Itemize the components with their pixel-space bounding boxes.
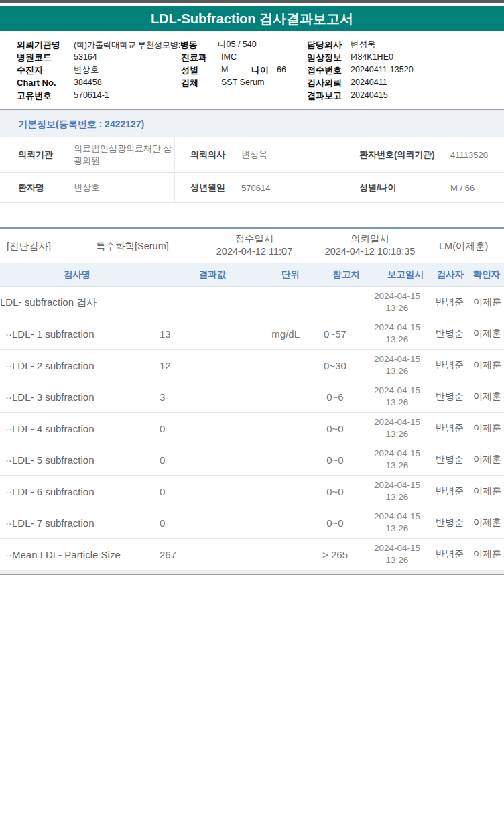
verifier: 이제훈 bbox=[464, 296, 504, 308]
reported-at: 2024-04-1513:26 bbox=[365, 511, 429, 534]
panel-name: 특수화학[Serum] bbox=[96, 239, 169, 252]
reported-at: 2024-04-1513:26 bbox=[365, 416, 429, 440]
org-value: (학)가톨릭대학교 부천성모병:병동 bbox=[74, 38, 197, 52]
request-date-value: 20240411 bbox=[351, 76, 387, 89]
table-row: ··LDL- 5 subfraction 0 0~0 2024-04-1513:… bbox=[0, 444, 504, 476]
result-value: 0 bbox=[154, 454, 231, 466]
reported-date-value: 20240415 bbox=[351, 89, 388, 102]
doctor-value: 변성욱 bbox=[351, 38, 376, 51]
category-label: [진단검사] bbox=[7, 239, 51, 252]
reported-date-label: 결과보고 bbox=[307, 89, 342, 102]
header-row-2: 병원코드 53164 진료과 IMC 임상정보 I484K1HE0 bbox=[0, 51, 504, 64]
header-row-3: 수진자 변상호 성별 M 나이 66 접수번호 20240411-13520 bbox=[0, 64, 504, 76]
table-row: ··LDL- 6 subfraction 0 0~0 2024-04-1513:… bbox=[0, 476, 504, 507]
result-value: 12 bbox=[154, 360, 231, 371]
tester: 반병준 bbox=[429, 391, 464, 403]
reference-range: 0~0 bbox=[305, 517, 365, 529]
tester: 반병준 bbox=[429, 422, 464, 434]
header-row-1: 의뢰기관명 (학)가톨릭대학교 부천성모병:병동 나05 / 540 담당의사 … bbox=[0, 38, 504, 51]
specimen-value: SST Serum bbox=[221, 76, 264, 89]
verifier: 이제훈 bbox=[464, 359, 504, 371]
age-value: 66 bbox=[277, 64, 286, 76]
report-title: LDL-Subfraction 검사결과보고서 bbox=[0, 6, 504, 31]
age-label: 나이 bbox=[251, 64, 269, 76]
sex-value: M bbox=[221, 64, 228, 76]
receipt-no-value: 20240411-13520 bbox=[351, 64, 414, 76]
reported-at: 2024-04-1513:26 bbox=[365, 290, 429, 314]
unit: mg/dL bbox=[231, 328, 305, 340]
dept-value: IMC bbox=[221, 51, 237, 64]
test-name: ··LDL- 2 subfraction bbox=[0, 360, 154, 371]
request-date-label: 검사의뢰 bbox=[307, 76, 342, 89]
horizontal-scrollbar[interactable] bbox=[0, 570, 504, 575]
reported-at: 2024-04-1513:26 bbox=[365, 322, 429, 345]
reported-at: 2024-04-1513:26 bbox=[365, 353, 429, 377]
reference-range: 0~0 bbox=[305, 486, 365, 497]
patient-label: 수진자 bbox=[17, 64, 43, 76]
patient-name-value: 변상호 bbox=[74, 182, 174, 194]
result-value: 0 bbox=[154, 486, 231, 497]
uid-value: 570614-1 bbox=[74, 89, 109, 102]
result-meta-bar: [진단검사] 특수화학[Serum] 접수일시 2024-04-12 11:07… bbox=[0, 229, 504, 263]
verifier: 이제훈 bbox=[464, 517, 504, 529]
tester: 반병준 bbox=[429, 548, 464, 560]
dept-label: 진료과 bbox=[181, 51, 207, 64]
referring-doctor-value: 변성욱 bbox=[241, 149, 267, 161]
basic-info-title: 기본정보(등록번호 : 2422127) bbox=[0, 109, 504, 137]
basic-info-row: 환자명 변상호 생년월일 570614 성별/나이 M / 66 bbox=[0, 173, 504, 203]
verifier: 이제훈 bbox=[464, 328, 504, 340]
requested-datetime: 의뢰일시 2024-04-12 10:18:35 bbox=[310, 233, 430, 259]
patient-no-value: 41113520 bbox=[450, 150, 488, 160]
col-reference: 참고치 bbox=[305, 269, 365, 281]
test-name: ··LDL- 4 subfraction bbox=[0, 423, 154, 434]
referring-doctor-label: 의뢰의사 bbox=[190, 149, 241, 161]
reference-range: 0~0 bbox=[305, 423, 365, 434]
col-verifier: 확인자 bbox=[464, 269, 504, 281]
patient-name-label: 환자명 bbox=[18, 182, 74, 194]
reference-range: 0~30 bbox=[305, 360, 365, 371]
verifier: 이제훈 bbox=[464, 485, 504, 497]
reference-range: 0~0 bbox=[305, 454, 365, 466]
verifier: 이제훈 bbox=[464, 422, 504, 434]
specimen-label: 검체 bbox=[181, 76, 198, 89]
hospital-code-value: 53164 bbox=[74, 51, 97, 64]
referring-org-value: 의료법인삼광의료재단 삼광의원 bbox=[74, 143, 174, 166]
basic-info-row: 의뢰기관 의료법인삼광의료재단 삼광의원 의뢰의사 변성욱 환자번호(의뢰기관)… bbox=[0, 137, 504, 173]
receipt-no-label: 접수번호 bbox=[307, 64, 342, 76]
result-table-header: 검사명 결과값 단위 참고치 보고일시 검사자 확인자 bbox=[0, 263, 504, 287]
reported-at: 2024-04-1513:26 bbox=[365, 448, 429, 471]
test-name: ··LDL- 3 subfraction bbox=[0, 391, 154, 403]
table-row: ··LDL- 2 subfraction 12 0~30 2024-04-151… bbox=[0, 350, 504, 381]
patient-value: 변상호 bbox=[74, 64, 99, 76]
tester: 반병준 bbox=[429, 328, 464, 340]
org-label: 의뢰기관명 bbox=[17, 38, 60, 51]
table-row: ··LDL- 3 subfraction 3 0~6 2024-04-1513:… bbox=[0, 381, 504, 413]
reported-at: 2024-04-1513:26 bbox=[365, 479, 429, 503]
table-row: ··LDL- 1 subfraction 13 mg/dL 0~57 2024-… bbox=[0, 318, 504, 350]
ward-value: 나05 / 540 bbox=[218, 38, 257, 51]
lab-signature: LM(이제훈) bbox=[439, 239, 488, 252]
col-unit: 단위 bbox=[231, 269, 305, 281]
test-name: ··LDL- 7 subfraction bbox=[0, 517, 154, 529]
result-value: 13 bbox=[154, 328, 231, 340]
reference-range: > 265 bbox=[305, 549, 365, 560]
col-result-value: 결과값 bbox=[154, 269, 231, 281]
clinical-info-value: I484K1HE0 bbox=[351, 51, 393, 64]
col-reported-at: 보고일시 bbox=[365, 269, 429, 281]
verifier: 이제훈 bbox=[464, 454, 504, 466]
tester: 반병준 bbox=[429, 359, 464, 371]
sex-age-label: 성별/나이 bbox=[359, 182, 450, 194]
doctor-label: 담당의사 bbox=[307, 38, 342, 51]
verifier: 이제훈 bbox=[464, 548, 504, 560]
test-name: ··Mean LDL- Particle Size bbox=[0, 549, 154, 560]
tester: 반병준 bbox=[429, 296, 464, 308]
basic-info-section: 기본정보(등록번호 : 2422127) 의뢰기관 의료법인삼광의료재단 삼광의… bbox=[0, 109, 504, 203]
chart-no-label: Chart No. bbox=[17, 76, 56, 89]
reported-at: 2024-04-1513:26 bbox=[365, 385, 429, 408]
clinical-info-label: 임상정보 bbox=[307, 51, 342, 64]
result-value: 267 bbox=[154, 549, 231, 560]
col-tester: 검사자 bbox=[429, 269, 464, 281]
tester: 반병준 bbox=[429, 454, 464, 466]
referring-org-label: 의뢰기관 bbox=[18, 149, 74, 161]
ward-label: 병동 bbox=[180, 40, 197, 50]
